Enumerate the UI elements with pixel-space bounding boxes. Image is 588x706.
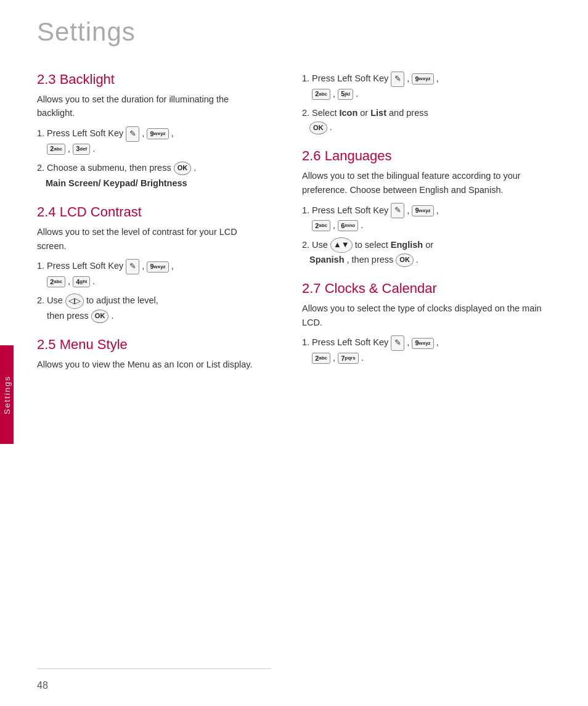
section-menu-style: 2.5 Menu Style Allows you to view the Me… (37, 337, 265, 371)
key-9wxyz-2: 9wxyz (147, 261, 168, 273)
key-pencil-5: ✎ (391, 335, 404, 351)
languages-step2: 2. Use ▲▼ to select English or Spanish ,… (302, 237, 549, 267)
key-pencil-2: ✎ (126, 259, 139, 274)
menu-style-step1: 1. Press Left Soft Key ✎ , 9wxyz , 2abc … (302, 72, 549, 101)
key-5jkl: 5jkl (338, 89, 353, 100)
backlight-submenu-label: Main Screen/ Keypad/ Brightness (46, 176, 265, 191)
clocks-step1-text: 1. Press Left Soft Key (302, 337, 388, 347)
key-2abc-4: 2abc (312, 220, 330, 231)
lcd-step2: 2. Use ◁▷ to adjust the level, then pres… (37, 293, 265, 323)
clocks-calendar-desc: Allows you to select the type of clocks … (302, 302, 549, 329)
languages-desc: Allows you to set the bilingual feature … (302, 169, 549, 197)
key-9wxyz-4: 9wxyz (412, 205, 433, 216)
key-pencil-4: ✎ (391, 203, 404, 218)
section-lcd-contrast: 2.4 LCD Contrast Allows you to set the l… (37, 204, 265, 323)
languages-step2-text: to select (355, 240, 388, 250)
sidebar-tab: Settings (0, 345, 14, 444)
lcd-contrast-title: 2.4 LCD Contrast (37, 204, 265, 220)
content-area: 2.3 Backlight Allows you to set the dura… (0, 58, 588, 403)
languages-title: 2.6 Languages (302, 148, 549, 164)
key-ok-menu: OK (309, 121, 327, 135)
languages-spanish: Spanish (309, 255, 344, 265)
lcd-step2-text: 2. Use (37, 295, 63, 305)
key-nav-languages: ▲▼ (330, 237, 353, 253)
menu-style-list-label: List (370, 108, 386, 118)
section-languages: 2.6 Languages Allows you to set the bili… (302, 148, 549, 267)
key-9wxyz-1: 9wxyz (147, 128, 168, 139)
menu-style-icon-label: Icon (339, 108, 357, 118)
backlight-desc: Allows you to set the duration for illum… (37, 92, 265, 120)
clocks-calendar-title: 2.7 Clocks & Calendar (302, 281, 549, 297)
key-9wxyz-5: 9wxyz (412, 338, 433, 349)
key-2abc-5: 2abc (312, 353, 330, 364)
key-6mno: 6mno (338, 220, 358, 231)
left-column: 2.3 Backlight Allows you to set the dura… (0, 58, 284, 403)
backlight-title: 2.3 Backlight (37, 72, 265, 88)
lcd-step1-text: 1. Press Left Soft Key (37, 261, 123, 271)
section-backlight: 2.3 Backlight Allows you to set the dura… (37, 72, 265, 191)
key-2abc-2: 2abc (47, 276, 65, 287)
backlight-step1-text: 1. Press Left Soft Key (37, 128, 123, 138)
menu-style-step2-suffix: and press (389, 108, 428, 118)
key-2abc-3: 2abc (312, 89, 330, 100)
languages-step1-text: 1. Press Left Soft Key (302, 205, 388, 215)
clocks-step1: 1. Press Left Soft Key ✎ , 9wxyz , 2abc … (302, 335, 549, 365)
right-column: 1. Press Left Soft Key ✎ , 9wxyz , 2abc … (284, 58, 567, 403)
lcd-step1: 1. Press Left Soft Key ✎ , 9wxyz , 2abc … (37, 259, 265, 289)
key-ok-backlight: OK (174, 162, 192, 175)
sidebar-tab-label: Settings (2, 376, 12, 414)
backlight-step1: 1. Press Left Soft Key ✎ , 9wxyz , 2abc … (37, 126, 265, 156)
languages-step1: 1. Press Left Soft Key ✎ , 9wxyz , 2abc … (302, 203, 549, 232)
key-3def-1: 3def (73, 144, 90, 155)
languages-english: English (391, 240, 423, 250)
key-7pqrs: 7pqrs (338, 353, 358, 364)
backlight-step2: 2. Choose a submenu, then press OK . Mai… (37, 161, 265, 191)
lcd-contrast-desc: Allows you to set the level of contrast … (37, 225, 265, 253)
key-9wxyz-3: 9wxyz (412, 73, 433, 84)
languages-step2-prefix: 2. Use (302, 240, 328, 250)
backlight-step2-text: 2. Choose a submenu, then press (37, 163, 171, 173)
menu-style-step2: 2. Select Icon or List and press OK . (302, 106, 549, 134)
key-2abc-1: 2abc (47, 144, 65, 155)
section-clocks-calendar: 2.7 Clocks & Calendar Allows you to sele… (302, 281, 549, 365)
bottom-divider (37, 668, 271, 669)
menu-style-step1-text: 1. Press Left Soft Key (302, 73, 388, 83)
key-ok-lcd: OK (91, 310, 109, 323)
menu-style-step2-prefix: 2. Select (302, 108, 337, 118)
page-title: Settings (0, 0, 588, 58)
languages-step2-suffix: , then press (347, 255, 394, 265)
page-number: 48 (37, 680, 48, 691)
key-pencil-1: ✎ (126, 126, 139, 142)
key-nav-lcd: ◁▷ (65, 293, 84, 309)
menu-style-desc: Allows you to view the Menu as an Icon o… (37, 358, 265, 371)
key-4ghi: 4ghi (73, 276, 90, 287)
key-pencil-3: ✎ (391, 72, 404, 87)
menu-style-or: or (360, 108, 368, 118)
section-menu-style-right: 1. Press Left Soft Key ✎ , 9wxyz , 2abc … (302, 72, 549, 134)
key-ok-languages: OK (396, 253, 414, 267)
menu-style-title: 2.5 Menu Style (37, 337, 265, 353)
languages-or: or (425, 240, 433, 250)
